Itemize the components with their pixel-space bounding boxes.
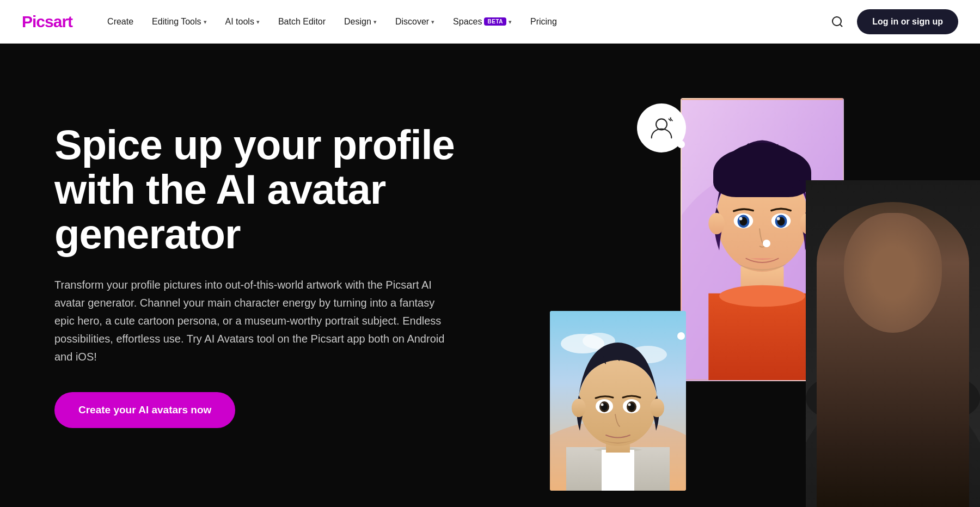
- svg-point-48: [871, 356, 915, 369]
- svg-point-38: [650, 399, 664, 417]
- login-button[interactable]: Log in or sign up: [857, 9, 958, 34]
- svg-point-49: [863, 308, 884, 323]
- logo-text: Picsart: [22, 13, 72, 31]
- svg-point-42: [806, 376, 871, 420]
- hero-section: Spice up your profile with the AI avatar…: [0, 44, 980, 507]
- svg-point-53: [902, 308, 922, 323]
- svg-point-36: [628, 404, 631, 406]
- chevron-down-icon: ▾: [373, 19, 377, 26]
- hero-content: Spice up your profile with the AI avatar…: [54, 123, 490, 428]
- chevron-down-icon: ▾: [509, 19, 512, 26]
- svg-point-0: [832, 17, 841, 26]
- real-person-svg: [806, 180, 980, 507]
- svg-point-55: [908, 311, 916, 320]
- navbar: Picsart Create Editing Tools ▾ AI tools …: [0, 0, 980, 44]
- svg-point-18: [708, 213, 725, 234]
- avatar-icon: [648, 114, 675, 142]
- anime-character-left-svg: [550, 311, 686, 491]
- svg-point-9: [716, 164, 808, 272]
- svg-point-46: [860, 346, 893, 363]
- chevron-down-icon: ▾: [204, 19, 207, 26]
- handle-dot-bottom: [677, 332, 685, 340]
- handle-dot-top: [677, 141, 685, 148]
- cta-button[interactable]: Create your AI avatars now: [54, 392, 235, 428]
- hero-image-real-person: [806, 180, 980, 507]
- svg-point-56: [908, 311, 911, 315]
- svg-point-8: [719, 285, 805, 307]
- nav-pricing[interactable]: Pricing: [523, 13, 565, 31]
- svg-point-51: [870, 311, 878, 320]
- svg-point-28: [579, 359, 657, 446]
- svg-point-40: [806, 382, 980, 507]
- hero-images: [490, 44, 980, 507]
- search-button[interactable]: [826, 11, 848, 33]
- nav-links: Create Editing Tools ▾ AI tools ▾ Batch …: [100, 13, 826, 31]
- svg-point-13: [739, 217, 743, 221]
- svg-point-47: [893, 346, 926, 363]
- nav-batch-editor[interactable]: Batch Editor: [271, 13, 333, 31]
- nav-create[interactable]: Create: [100, 13, 141, 31]
- nav-ai-tools[interactable]: AI tools ▾: [218, 13, 267, 31]
- logo[interactable]: Picsart: [22, 13, 72, 31]
- search-icon: [831, 15, 844, 28]
- beta-badge: BETA: [484, 17, 506, 26]
- nav-editing-tools[interactable]: Editing Tools ▾: [144, 13, 214, 31]
- svg-point-54: [906, 310, 918, 322]
- hero-image-left: [550, 311, 686, 491]
- handle-dot-mid: [763, 240, 770, 247]
- nav-spaces[interactable]: Spaces BETA ▾: [445, 13, 519, 31]
- nav-discover[interactable]: Discover ▾: [388, 13, 442, 31]
- hero-description: Transform your profile pictures into out…: [54, 276, 446, 366]
- svg-rect-44: [877, 365, 909, 398]
- svg-point-3: [670, 117, 671, 119]
- svg-point-2: [656, 119, 667, 130]
- hero-title: Spice up your profile with the AI avatar…: [54, 123, 490, 256]
- svg-point-17: [777, 217, 780, 221]
- svg-point-37: [572, 399, 586, 417]
- nav-right: Log in or sign up: [826, 9, 958, 34]
- svg-point-57: [835, 309, 853, 333]
- svg-rect-39: [806, 180, 980, 507]
- svg-point-52: [869, 311, 873, 315]
- svg-point-50: [868, 310, 880, 322]
- svg-point-32: [601, 404, 604, 406]
- svg-rect-26: [602, 450, 634, 491]
- svg-rect-41: [822, 387, 964, 507]
- svg-line-1: [840, 24, 842, 26]
- svg-point-43: [915, 376, 980, 420]
- chevron-down-icon: ▾: [431, 19, 434, 26]
- svg-point-45: [844, 258, 942, 375]
- chevron-down-icon: ▾: [256, 19, 260, 26]
- nav-design[interactable]: Design ▾: [336, 13, 384, 31]
- svg-point-58: [933, 309, 951, 333]
